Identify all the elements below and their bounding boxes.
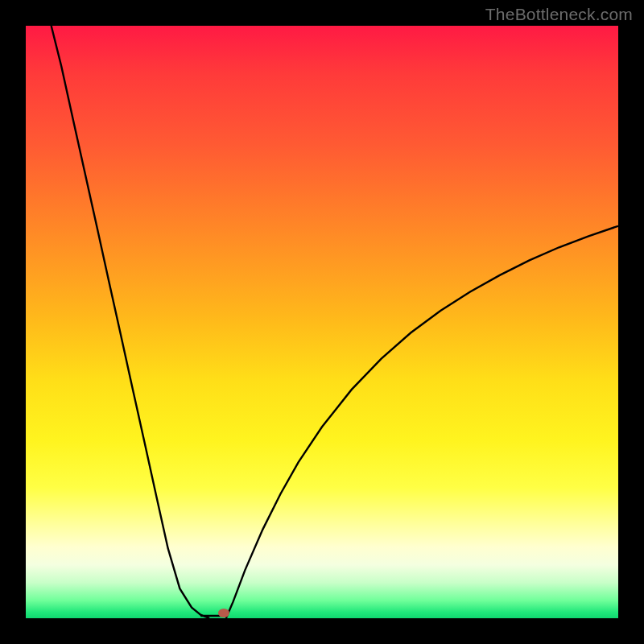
watermark-text: TheBottleneck.com (485, 5, 633, 24)
curve-path (52, 26, 618, 618)
chart-frame: TheBottleneck.com (0, 0, 644, 644)
bottleneck-curve (26, 26, 618, 618)
optimal-marker (218, 609, 229, 617)
plot-area (26, 26, 618, 618)
